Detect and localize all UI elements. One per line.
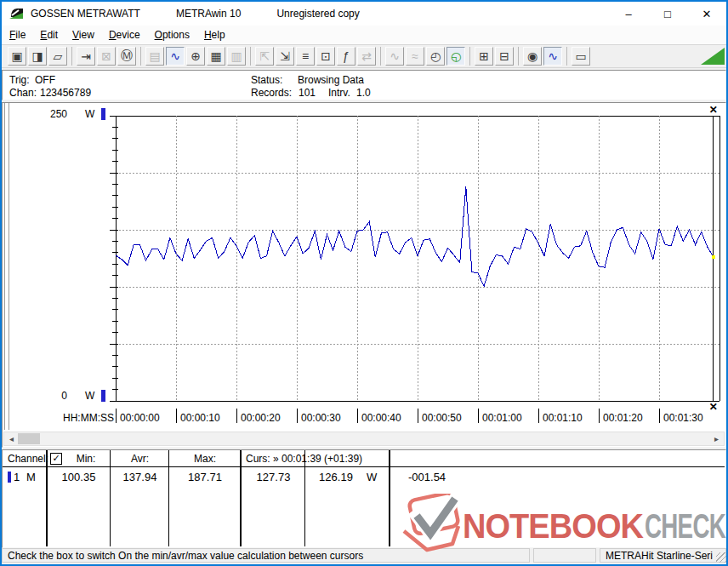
table-view-button[interactable]: ▦	[207, 47, 225, 66]
toolbar-separator	[71, 47, 72, 66]
status-value: Browsing Data	[298, 74, 364, 86]
y-axis-unit-bottom: W	[85, 390, 94, 402]
window-title-license: Unregistered copy	[276, 8, 359, 20]
x-axis-format-label: HH:MM:SS	[37, 412, 114, 424]
scroll-thumb[interactable]	[18, 433, 40, 444]
interval-value: 1.0	[356, 87, 371, 99]
annotation-button[interactable]: ▭	[572, 47, 590, 66]
svg-text:✕: ✕	[709, 401, 718, 413]
chart-scrollbar[interactable]: ◂ ▸	[3, 432, 725, 446]
device-memory-button[interactable]: Ⓜ	[117, 47, 136, 66]
channel-mode-cell: M	[26, 471, 36, 483]
menu-device[interactable]: Device	[102, 26, 147, 43]
scroll-right-button[interactable]: ▸	[710, 432, 723, 445]
x-axis-tick	[659, 409, 660, 423]
table-divider	[168, 450, 169, 546]
table-divider	[110, 450, 111, 546]
zoom-wave-button[interactable]: ∿	[543, 47, 562, 66]
x-axis-label: 00:01:20	[603, 412, 643, 424]
remote-button: ⇄	[357, 47, 376, 66]
channel-label: Chan:	[9, 87, 37, 99]
menu-edit[interactable]: Edit	[33, 26, 65, 43]
svg-text:✕: ✕	[709, 104, 718, 116]
menu-file[interactable]: File	[3, 26, 32, 43]
x-axis-label: 00:01:10	[543, 412, 583, 424]
bargraph-view-button: ▥	[227, 47, 246, 66]
toolbar-separator	[250, 47, 251, 66]
window-title-brand: GOSSEN METRAWATT	[31, 8, 140, 20]
zoom-pan-button[interactable]: ◉	[523, 47, 542, 66]
y-min-marker[interactable]	[101, 390, 105, 402]
monitor-settings-button[interactable]: ⊡	[316, 47, 335, 66]
maximize-button[interactable]: □	[648, 2, 687, 26]
x-axis-label: 00:01:30	[663, 412, 703, 424]
x-axis-tick	[418, 409, 418, 423]
numeric-display-view-button: ▤	[145, 47, 164, 66]
y-max-marker[interactable]	[101, 108, 105, 120]
channel-number-cell: 1	[14, 471, 20, 483]
power-trace-plot[interactable]: ✕✕	[3, 103, 725, 447]
app-icon	[9, 7, 24, 20]
cursor-column-header: Curs: » 00:01:39 (+01:39)	[246, 453, 362, 465]
table-divider	[389, 450, 390, 546]
chart-panel: ✕✕ 250 W 0 W HH:MM:SS 00:00:0000:00:1000…	[2, 102, 726, 448]
print-button[interactable]: ⊟	[495, 47, 514, 66]
toolbar-separator	[140, 47, 141, 66]
avr-value-cell: 137.94	[111, 471, 168, 483]
wave-multi-button: ≈	[406, 47, 424, 66]
minimize-button[interactable]: –	[609, 2, 648, 26]
curve-view-button[interactable]: ∿	[166, 47, 185, 66]
close-button[interactable]: ✕	[687, 2, 726, 26]
cursor-unit-cell: W	[367, 471, 377, 483]
watermark-word-notebook: NOTEBOOK	[463, 507, 644, 545]
x-axis-label: 00:00:40	[361, 412, 401, 424]
notebookcheck-watermark: NOTEBOOK CHECK	[401, 494, 728, 555]
toolbar-separator	[469, 47, 470, 66]
y-axis-min-label: 0	[35, 390, 67, 402]
min-value-cell: 100.35	[48, 471, 110, 483]
wave-single-button: ∿	[385, 47, 404, 66]
scale-settings-button[interactable]: ≡	[296, 47, 315, 66]
formula-fx-button[interactable]: ƒ	[337, 47, 355, 66]
timer-record-button[interactable]: ◵	[446, 47, 465, 66]
menu-view[interactable]: View	[65, 26, 101, 43]
avr-column-header: Avr:	[111, 453, 168, 465]
transfer-right-button[interactable]: ⇲	[276, 47, 294, 66]
menu-options[interactable]: Options	[148, 26, 196, 43]
minmax-checkbox[interactable]: ✓	[50, 453, 62, 465]
cursor2-value-cell: 126.19	[306, 471, 366, 483]
y-axis-max-label: 250	[35, 108, 67, 120]
save-file-button[interactable]: ▣	[8, 47, 26, 66]
y-axis-unit-top: W	[85, 108, 94, 120]
interval-label: Intrv.	[328, 87, 350, 99]
max-value-cell: 187.71	[170, 471, 240, 483]
open-file-button[interactable]: ▱	[48, 47, 67, 66]
save-as-button[interactable]: ◨	[28, 47, 47, 66]
x-axis-label: 00:00:30	[301, 412, 341, 424]
scroll-left-button[interactable]: ◂	[5, 432, 18, 445]
x-axis-tick	[297, 409, 298, 423]
x-axis-label: 00:00:20	[241, 412, 281, 424]
cursor-crosshair-button[interactable]: ⊕	[186, 47, 205, 66]
menu-bar: FileEditViewDeviceOptionsHelp	[2, 26, 726, 45]
time-database-button[interactable]: ◴	[426, 47, 445, 66]
x-axis-tick	[176, 409, 177, 423]
status-triangle-indicator	[701, 48, 725, 65]
menu-help[interactable]: Help	[197, 26, 232, 43]
read-device-button[interactable]: ⇥	[77, 47, 95, 66]
toolbar-separator	[566, 47, 567, 66]
records-value: 101	[299, 87, 316, 99]
metrawin-window: GOSSEN METRAWATT METRAwin 10 Unregistere…	[0, 0, 728, 566]
watermark-word-check: CHECK	[645, 507, 726, 545]
channel-color-marker	[8, 472, 11, 483]
title-bar: GOSSEN METRAWATT METRAwin 10 Unregistere…	[2, 2, 726, 26]
x-axis-tick	[116, 409, 117, 423]
x-axis-label: 00:00:00	[120, 412, 160, 424]
trigger-label: Trig:	[9, 74, 30, 86]
print-preview-button[interactable]: ⊞	[475, 47, 493, 66]
channel-column-header: Channel:	[8, 453, 48, 465]
channel-value: 123456789	[40, 87, 91, 99]
trigger-value: OFF	[35, 74, 55, 86]
cursor-delta-cell: -001.54	[408, 471, 446, 483]
x-axis-label: 00:00:50	[422, 412, 462, 424]
